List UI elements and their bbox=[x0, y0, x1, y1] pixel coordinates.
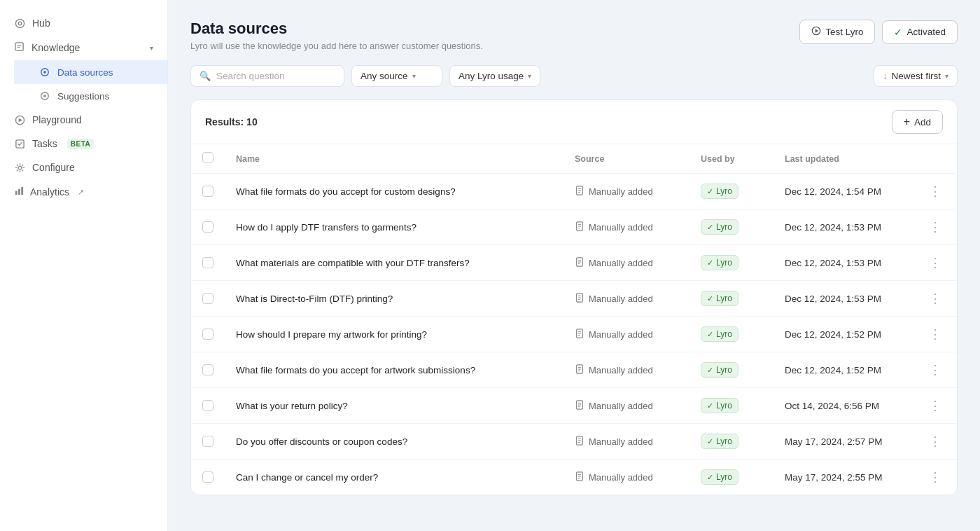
row-checkbox-cell-0 bbox=[191, 174, 225, 209]
lyro-check-icon-3: ✓ bbox=[707, 294, 713, 303]
row-usedby-1: ✓ Lyro bbox=[690, 209, 774, 245]
row-source-0: Manually added bbox=[564, 174, 690, 209]
sidebar-item-tasks[interactable]: Tasks BETA bbox=[0, 132, 167, 156]
row-more-button-1[interactable]: ⋮ bbox=[925, 218, 946, 236]
row-checkbox-1[interactable] bbox=[202, 221, 214, 233]
table-row: What is Direct-to-Film (DTF) printing? M… bbox=[191, 281, 957, 317]
row-actions-4: ⋮ bbox=[913, 317, 957, 352]
add-label: Add bbox=[914, 117, 931, 127]
row-checkbox-4[interactable] bbox=[202, 329, 214, 340]
lyro-badge-4: ✓ Lyro bbox=[701, 326, 738, 342]
row-name-3[interactable]: What is Direct-to-Film (DTF) printing? bbox=[225, 281, 564, 317]
sidebar-configure-label: Configure bbox=[32, 162, 75, 173]
row-more-button-4[interactable]: ⋮ bbox=[925, 325, 946, 343]
row-checkbox-3[interactable] bbox=[202, 293, 214, 304]
row-checkbox-cell-5 bbox=[191, 352, 225, 388]
row-checkbox-2[interactable] bbox=[202, 257, 214, 268]
search-box[interactable]: 🔍 bbox=[190, 65, 344, 87]
row-checkbox-5[interactable] bbox=[202, 364, 214, 375]
sidebar-item-suggestions[interactable]: Suggestions bbox=[14, 84, 167, 108]
test-icon bbox=[811, 26, 821, 38]
row-date-0: Dec 12, 2024, 1:54 PM bbox=[774, 174, 913, 209]
row-checkbox-cell-3 bbox=[191, 281, 225, 317]
lyro-badge-6: ✓ Lyro bbox=[701, 398, 738, 413]
row-more-button-6[interactable]: ⋮ bbox=[925, 396, 946, 415]
sort-icon: ↓ bbox=[883, 71, 887, 81]
row-source-8: Manually added bbox=[564, 460, 690, 495]
lyro-check-icon-4: ✓ bbox=[707, 330, 713, 339]
row-name-8[interactable]: Can I change or cancel my order? bbox=[225, 460, 564, 495]
sidebar-knowledge-group[interactable]: Knowledge ▾ bbox=[0, 35, 167, 60]
lyro-usage-filter[interactable]: Any Lyro usage ▾ bbox=[449, 65, 540, 87]
header-last-updated: Last updated bbox=[774, 144, 913, 174]
source-filter-label: Any source bbox=[360, 71, 408, 81]
header-actions: Test Lyro ✓ Activated bbox=[799, 20, 958, 44]
results-count: Results: 10 bbox=[205, 116, 258, 127]
row-checkbox-6[interactable] bbox=[202, 400, 214, 411]
row-name-4[interactable]: How should I prepare my artwork for prin… bbox=[225, 317, 564, 352]
sidebar: Hub Knowledge ▾ Data sources bbox=[0, 0, 168, 531]
sidebar-item-analytics[interactable]: Analytics ↗ bbox=[0, 179, 167, 205]
row-more-button-0[interactable]: ⋮ bbox=[925, 182, 946, 200]
row-more-button-3[interactable]: ⋮ bbox=[925, 289, 946, 308]
select-all-checkbox[interactable] bbox=[202, 152, 214, 163]
row-name-6[interactable]: What is your return policy? bbox=[225, 388, 564, 424]
analytics-external-icon: ↗ bbox=[78, 188, 84, 197]
sidebar-item-datasources[interactable]: Data sources bbox=[14, 60, 167, 84]
row-more-button-2[interactable]: ⋮ bbox=[925, 254, 946, 272]
svg-rect-14 bbox=[18, 189, 20, 195]
row-usedby-7: ✓ Lyro bbox=[690, 424, 774, 460]
sidebar-item-configure[interactable]: Configure bbox=[0, 156, 167, 179]
sort-dropdown[interactable]: ↓ Newest first ▾ bbox=[874, 65, 958, 87]
lyro-check-icon-1: ✓ bbox=[707, 223, 713, 232]
row-more-button-7[interactable]: ⋮ bbox=[925, 432, 946, 450]
activated-button[interactable]: ✓ Activated bbox=[882, 20, 958, 44]
row-checkbox-cell-4 bbox=[191, 317, 225, 352]
row-name-7[interactable]: Do you offer discounts or coupon codes? bbox=[225, 424, 564, 460]
row-name-0[interactable]: What file formats do you accept for cust… bbox=[225, 174, 564, 209]
lyro-check-icon-7: ✓ bbox=[707, 437, 713, 446]
row-usedby-8: ✓ Lyro bbox=[690, 460, 774, 495]
row-actions-3: ⋮ bbox=[913, 281, 957, 317]
source-filter[interactable]: Any source ▾ bbox=[351, 65, 442, 87]
sidebar-item-playground[interactable]: Playground bbox=[0, 108, 167, 132]
source-doc-icon-5 bbox=[575, 364, 584, 376]
row-actions-0: ⋮ bbox=[913, 174, 957, 209]
test-lyro-button[interactable]: Test Lyro bbox=[799, 20, 875, 44]
row-more-button-5[interactable]: ⋮ bbox=[925, 361, 946, 379]
page-title: Data sources bbox=[190, 20, 483, 38]
row-name-2[interactable]: What materials are compatible with your … bbox=[225, 245, 564, 281]
add-button[interactable]: + Add bbox=[892, 110, 943, 134]
header-checkbox-cell bbox=[191, 144, 225, 174]
row-usedby-2: ✓ Lyro bbox=[690, 245, 774, 281]
main-content: Data sources Lyro will use the knowledge… bbox=[168, 0, 980, 531]
row-checkbox-cell-7 bbox=[191, 424, 225, 460]
source-doc-icon-4 bbox=[575, 329, 584, 340]
row-usedby-0: ✓ Lyro bbox=[690, 174, 774, 209]
data-table: Name Source Used by Last updated bbox=[191, 144, 957, 495]
row-name-5[interactable]: What file formats do you accept for artw… bbox=[225, 352, 564, 388]
row-more-button-8[interactable]: ⋮ bbox=[925, 468, 946, 486]
row-source-3: Manually added bbox=[564, 281, 690, 317]
table-row: What is your return policy? Manually add… bbox=[191, 388, 957, 424]
table-header-row: Name Source Used by Last updated bbox=[191, 144, 957, 174]
source-doc-icon-8 bbox=[575, 471, 584, 483]
row-source-1: Manually added bbox=[564, 209, 690, 245]
sidebar-item-hub[interactable]: Hub bbox=[0, 11, 167, 35]
configure-icon bbox=[14, 162, 25, 173]
row-checkbox-0[interactable] bbox=[202, 186, 214, 197]
tasks-badge: BETA bbox=[67, 139, 94, 149]
row-name-1[interactable]: How do I apply DTF transfers to garments… bbox=[225, 209, 564, 245]
lyro-badge-0: ✓ Lyro bbox=[701, 184, 738, 199]
lyro-check-icon-6: ✓ bbox=[707, 401, 713, 411]
row-checkbox-cell-6 bbox=[191, 388, 225, 424]
lyro-usage-chevron-icon: ▾ bbox=[528, 72, 531, 80]
sidebar-playground-label: Playground bbox=[32, 114, 82, 125]
search-input[interactable] bbox=[216, 71, 335, 81]
lyro-check-icon-2: ✓ bbox=[707, 258, 713, 268]
row-source-4: Manually added bbox=[564, 317, 690, 352]
lyro-badge-3: ✓ Lyro bbox=[701, 291, 738, 306]
row-checkbox-7[interactable] bbox=[202, 436, 214, 447]
row-checkbox-8[interactable] bbox=[202, 471, 214, 483]
row-actions-6: ⋮ bbox=[913, 388, 957, 424]
